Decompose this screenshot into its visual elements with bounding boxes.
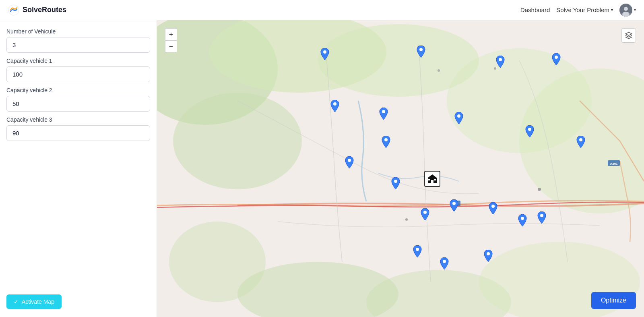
zoom-in-button[interactable]: + (165, 28, 177, 40)
svg-point-13 (169, 222, 266, 302)
capacity-1-input[interactable] (6, 66, 150, 82)
svg-point-3 (622, 12, 630, 17)
logo-icon (8, 4, 19, 16)
avatar-area[interactable]: ▾ (619, 4, 636, 17)
capacity-3-input[interactable] (6, 125, 150, 141)
check-icon: ✓ (14, 298, 19, 305)
svg-text:A201: A201 (610, 162, 618, 166)
sidebar: Number of Vehicule Capacity vehicle 1 Ca… (0, 20, 157, 317)
optimize-button[interactable]: Optimize (591, 292, 636, 309)
solve-label: Solve Your Problem (556, 6, 609, 13)
num-vehicles-input[interactable] (6, 37, 150, 53)
svg-point-16 (438, 69, 440, 72)
capacity-1-label: Capacity vehicle 1 (6, 58, 150, 64)
avatar[interactable] (619, 4, 632, 17)
svg-point-15 (494, 67, 496, 70)
avatar-chevron-icon: ▾ (634, 8, 636, 12)
main-layout: Number of Vehicule Capacity vehicle 1 Ca… (0, 20, 644, 317)
layers-icon (625, 31, 633, 39)
logo-text: SolveRoutes (23, 6, 66, 14)
avatar-image (619, 4, 632, 17)
svg-rect-44 (431, 180, 433, 183)
activate-map-label: Activate Map (22, 298, 54, 305)
svg-point-2 (624, 7, 628, 11)
main-nav: Dashboard Solve Your Problem ▾ ▾ (520, 4, 636, 17)
capacity-2-group: Capacity vehicle 2 (6, 87, 150, 112)
map-area[interactable]: A2 A201 + − (157, 20, 644, 317)
warehouse-icon (427, 174, 438, 184)
capacity-1-group: Capacity vehicle 1 (6, 58, 150, 82)
svg-point-17 (538, 188, 541, 191)
svg-point-7 (173, 93, 302, 189)
num-vehicles-group: Number of Vehicule (6, 28, 150, 53)
solve-chevron-icon: ▾ (611, 8, 613, 12)
zoom-out-button[interactable]: − (165, 40, 177, 52)
map-zoom-controls: + − (165, 28, 177, 52)
svg-text:A2: A2 (454, 202, 458, 206)
capacity-3-group: Capacity vehicle 3 (6, 116, 150, 141)
capacity-2-input[interactable] (6, 96, 150, 112)
capacity-2-label: Capacity vehicle 2 (6, 87, 150, 93)
activate-map-button[interactable]: ✓ Activate Map (6, 294, 62, 309)
solve-dropdown[interactable]: Solve Your Problem ▾ (556, 6, 613, 13)
dashboard-link[interactable]: Dashboard (520, 6, 550, 13)
svg-point-18 (405, 218, 408, 221)
svg-rect-46 (434, 179, 436, 180)
warehouse-marker (424, 171, 440, 187)
logo-area[interactable]: SolveRoutes (8, 4, 66, 16)
num-vehicles-label: Number of Vehicule (6, 28, 150, 35)
map-layers-button[interactable] (621, 28, 636, 43)
map-background: A2 A201 (157, 20, 644, 317)
svg-rect-45 (428, 179, 430, 180)
app-header: SolveRoutes Dashboard Solve Your Problem… (0, 0, 644, 20)
capacity-3-label: Capacity vehicle 3 (6, 116, 150, 123)
